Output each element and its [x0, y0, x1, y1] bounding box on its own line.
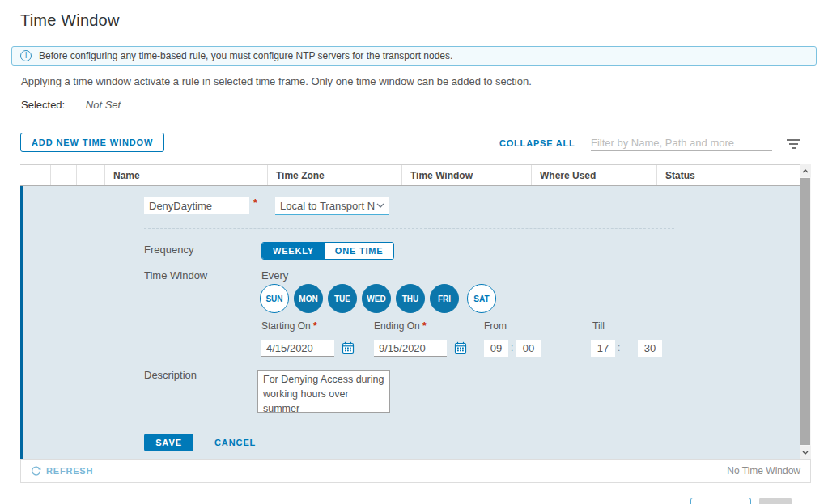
info-banner: i Before configuring any time-based rule… — [11, 46, 817, 66]
frequency-weekly-button[interactable]: WEEKLY — [262, 243, 325, 259]
save-button[interactable]: SAVE — [144, 434, 193, 451]
time-zone-value: Local to Transport N — [280, 200, 376, 212]
row-selection-bar — [20, 186, 23, 459]
grid-header-row: Name Time Zone Time Window Where Used St… — [20, 164, 811, 186]
frequency-label: Frequency — [144, 244, 193, 256]
filter-input[interactable] — [591, 135, 772, 151]
grid-scrollbar[interactable] — [800, 164, 811, 459]
name-input[interactable] — [144, 197, 249, 214]
time-window-page: Time Window i Before configuring any tim… — [0, 0, 828, 504]
header-cell-expand — [51, 165, 77, 185]
header-cell-time-window: Time Window — [402, 165, 532, 185]
day-mon-button[interactable]: MON — [294, 284, 323, 313]
header-cell-select — [20, 165, 51, 185]
intro-text: Applying a time window activate a rule i… — [21, 75, 532, 87]
refresh-button[interactable]: REFRESH — [31, 466, 93, 476]
add-new-time-window-button[interactable]: ADD NEW TIME WINDOW — [20, 133, 164, 152]
from-hour-input[interactable] — [484, 340, 508, 357]
day-sat-button[interactable]: SAT — [467, 284, 496, 313]
info-banner-text: Before configuring any time-based rule, … — [39, 50, 452, 61]
page-title: Time Window — [20, 11, 120, 30]
till-hour-input[interactable] — [591, 340, 615, 357]
day-fri-button[interactable]: FRI — [430, 284, 459, 313]
calendar-icon[interactable] — [342, 341, 355, 354]
header-cell-status: Status — [657, 165, 788, 185]
selected-value: Not Set — [86, 99, 121, 111]
from-minute-input[interactable] — [516, 340, 541, 357]
starting-on-required-marker: * — [313, 320, 317, 332]
scrollbar-thumb[interactable] — [800, 178, 810, 445]
day-tue-button[interactable]: TUE — [328, 284, 357, 313]
ending-on-input[interactable] — [374, 340, 447, 357]
header-cell-actions — [77, 165, 105, 185]
frequency-one-time-button[interactable]: ONE TIME — [325, 243, 394, 259]
till-time-separator: : — [618, 342, 620, 354]
every-label: Every — [261, 269, 288, 282]
day-wed-button[interactable]: WED — [362, 284, 391, 313]
refresh-label: REFRESH — [46, 466, 93, 476]
header-cell-name: Name — [105, 165, 268, 185]
till-minute-input[interactable] — [638, 340, 662, 357]
ending-on-label: Ending On * — [374, 320, 427, 332]
time-window-label: Time Window — [144, 269, 207, 282]
till-label: Till — [592, 320, 605, 332]
frequency-toggle: WEEKLY ONE TIME — [261, 242, 394, 260]
filter-icon[interactable] — [786, 139, 800, 149]
header-cell-where-used: Where Used — [532, 165, 657, 185]
calendar-icon[interactable] — [454, 341, 467, 354]
time-window-grid: Name Time Zone Time Window Where Used St… — [20, 164, 811, 483]
selected-row: Selected: Not Set — [21, 99, 121, 111]
starting-on-input[interactable] — [261, 340, 334, 357]
dialog-primary-button-partial[interactable] — [690, 498, 751, 504]
name-required-marker: * — [253, 197, 257, 209]
from-time-separator: : — [511, 342, 513, 354]
info-icon: i — [20, 50, 32, 61]
selected-label: Selected: — [21, 99, 65, 111]
time-zone-select[interactable]: Local to Transport N — [275, 197, 389, 215]
scroll-up-icon[interactable] — [800, 164, 811, 177]
grid-footer: REFRESH No Time Window — [20, 459, 811, 483]
refresh-icon — [31, 466, 41, 476]
dialog-secondary-button-partial[interactable] — [759, 498, 792, 504]
ending-on-required-marker: * — [422, 320, 427, 332]
from-label: From — [484, 320, 507, 332]
cancel-button[interactable]: CANCEL — [214, 438, 256, 447]
starting-on-label: Starting On * — [261, 320, 317, 332]
scroll-down-icon[interactable] — [800, 446, 811, 459]
time-window-edit-row: * Local to Transport N Frequency WEEKLY … — [20, 186, 800, 459]
description-textarea[interactable]: For Denying Access during working hours … — [257, 370, 390, 413]
description-label: Description — [144, 369, 197, 381]
chevron-down-icon — [376, 203, 384, 208]
header-cell-time-zone: Time Zone — [268, 165, 402, 185]
day-thu-button[interactable]: THU — [396, 284, 425, 313]
row-divider — [144, 228, 674, 229]
grid-status-text: No Time Window — [727, 465, 800, 476]
day-sun-button[interactable]: SUN — [260, 284, 289, 313]
collapse-all-button[interactable]: COLLAPSE ALL — [499, 138, 575, 148]
day-selector: SUNMONTUEWEDTHUFRISAT — [260, 284, 496, 313]
